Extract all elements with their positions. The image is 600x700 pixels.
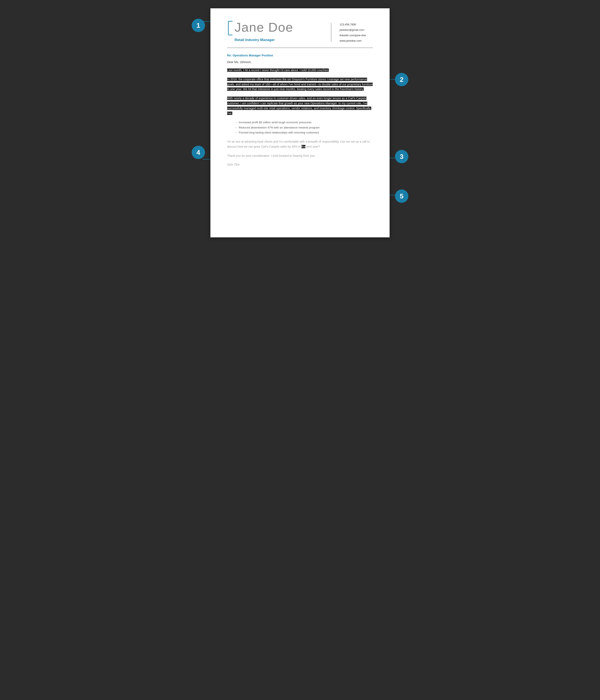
- paragraph-1-text: Last month, I hit a record I never thoug…: [227, 69, 329, 72]
- name-row: Jane Doe: [227, 21, 323, 36]
- header-left: Jane Doe Retail Industry Manager: [227, 21, 323, 42]
- divider-line: [227, 48, 373, 48]
- bracket-icon: [227, 21, 233, 36]
- paper: Jane Doe Retail Industry Manager 123.456…: [210, 8, 390, 238]
- bullet-item-2: Reduced absenteeism 47% with an attendan…: [235, 125, 373, 130]
- linkedin: linkedin.com/jane-doe: [340, 33, 373, 38]
- paragraph-1: Last month, I hit a record I never thoug…: [227, 68, 373, 73]
- header: Jane Doe Retail Industry Manager 123.456…: [227, 21, 373, 44]
- paragraph-3-text: With nearly a decade of experience in cu…: [227, 97, 371, 115]
- letter-body: Re: Operations Manager Position Dear Ms.…: [227, 54, 373, 166]
- paragraph-2-text: In 2016, the corporate office that overs…: [227, 78, 373, 91]
- salutation: Dear Ms. Johnson,: [227, 60, 373, 64]
- header-divider: [331, 23, 331, 42]
- email: janedoc@gmail.com: [340, 27, 373, 33]
- paragraph-4-highlight: the: [302, 145, 306, 148]
- phone: 123.456.7890: [340, 22, 373, 27]
- re-line: Re: Operations Manager Position: [227, 54, 373, 57]
- job-title: Retail Industry Manager: [235, 38, 323, 42]
- website: www.janedoe.com: [340, 38, 373, 44]
- callout-5: 5: [395, 190, 408, 203]
- person-name: Jane Doe: [235, 21, 293, 34]
- callout-4: 4: [192, 146, 205, 159]
- callout-1: 1: [192, 19, 205, 32]
- bullet-list: Increased profit $5 million amid tough e…: [235, 120, 373, 135]
- paragraph-3: With nearly a decade of experience in cu…: [227, 96, 373, 116]
- signature: Jane Doe: [227, 162, 373, 166]
- page-wrapper: 1 2 3 4 5: [210, 8, 390, 238]
- paragraph-2: In 2016, the corporate office that overs…: [227, 77, 373, 92]
- bullet-item-3: Formed long-lasting client relationships…: [235, 130, 373, 135]
- callout-3: 3: [395, 150, 408, 163]
- paragraph-4: I'm an ace at attracting loyal clients a…: [227, 139, 373, 149]
- paragraph-4-part2: next year?: [306, 145, 320, 148]
- callout-2: 2: [395, 73, 408, 86]
- contact-info: 123.456.7890 janedoc@gmail.com linkedin.…: [340, 21, 373, 44]
- closing-line: Thank you for your consideration. I look…: [227, 153, 373, 158]
- paragraph-4-part1: I'm an ace at attracting loyal clients a…: [227, 140, 369, 148]
- bullet-item-1: Increased profit $5 million amid tough e…: [235, 120, 373, 125]
